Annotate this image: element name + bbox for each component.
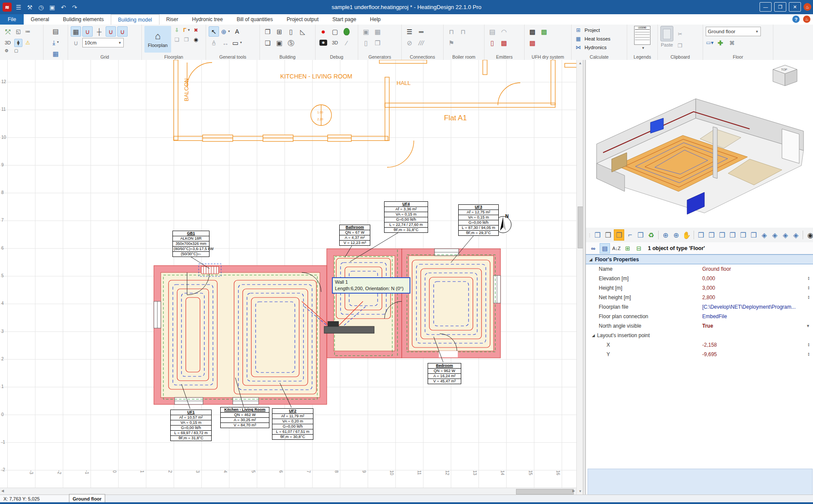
hatch-icon[interactable]: ///	[416, 38, 426, 48]
tab-help[interactable]: Help	[363, 14, 388, 25]
column-icon[interactable]: ▣	[274, 38, 285, 48]
manifold-icon[interactable]: ⊓	[446, 26, 457, 37]
visibility-icon[interactable]: ◉	[192, 36, 200, 44]
heater-icon[interactable]: ▯	[487, 38, 497, 48]
horizontal-scrollbar[interactable]: ◀ ▶	[0, 488, 576, 495]
pipe-single-icon[interactable]: ═	[416, 26, 426, 37]
generator-box-icon[interactable]: ❒	[372, 38, 383, 48]
wall-icon[interactable]: ❒	[263, 26, 273, 37]
view-right-icon[interactable]: ❒	[728, 230, 737, 240]
record-icon[interactable]: ●	[318, 26, 328, 37]
view-iso-nw-icon[interactable]: ◈	[770, 230, 779, 240]
ufh-panel-icon[interactable]: ▩	[527, 26, 538, 37]
maximize-button[interactable]: ❐	[774, 2, 786, 12]
no-connection-icon[interactable]: ⊘	[404, 38, 415, 48]
copy-icon[interactable]: ❐	[676, 41, 684, 50]
plan-back-icon[interactable]: ❏	[173, 36, 181, 44]
collapse-icon[interactable]: ◢	[589, 257, 592, 262]
tab-file[interactable]: File	[0, 14, 24, 25]
collapse-tree-icon[interactable]: ⊟	[634, 244, 644, 253]
generator-column-icon[interactable]: ▯	[361, 38, 371, 48]
zoom-in-icon[interactable]: ⊕	[661, 230, 670, 240]
add-floor-icon[interactable]: ✚	[715, 38, 725, 48]
window-icon[interactable]: ⊞	[274, 26, 285, 37]
generator-pair-icon[interactable]: ▦	[372, 26, 383, 37]
zoom-tool-icon[interactable]: ⊕▾	[220, 26, 231, 37]
help-icon[interactable]: ?	[792, 16, 800, 23]
delete-plan-icon[interactable]: ✖	[192, 26, 200, 34]
property-value[interactable]: -9,695	[702, 351, 717, 357]
extrude-icon[interactable]: ⌐	[625, 230, 635, 240]
tab-hydronic-tree[interactable]: Hydronic tree	[185, 14, 230, 25]
crosshair-icon[interactable]: ┼	[94, 26, 104, 37]
property-row-insertion-point[interactable]: ◢ Layout's insertion point	[586, 331, 813, 340]
generator-unit-icon[interactable]: ▣	[361, 26, 371, 37]
calc-hydronics-button[interactable]: ⋈ Hydronics	[574, 43, 624, 52]
property-value[interactable]: -2,158	[702, 342, 717, 348]
layer-list-icon[interactable]: ≔	[24, 28, 32, 36]
manifold-alt-icon[interactable]: ⊓	[458, 26, 468, 37]
vertical-scrollbar[interactable]: ▲ ▼	[576, 60, 583, 495]
dimension-icon[interactable]: ↔	[220, 38, 231, 48]
wrench-icon[interactable]: ⚒	[25, 3, 34, 12]
delete-floor-icon[interactable]: ✖	[727, 38, 737, 48]
view-3d[interactable]: TOP	[586, 60, 813, 228]
roof-icon[interactable]: ◺	[297, 26, 308, 37]
door-icon[interactable]: ▯	[286, 26, 296, 37]
space-icon[interactable]: Ⓢ	[286, 38, 296, 48]
view-top-icon[interactable]: ❒	[738, 230, 748, 240]
scroll-up-icon[interactable]: ▲	[578, 61, 582, 65]
ufh-panel-add-icon[interactable]: ▩	[539, 26, 549, 37]
view-iso-sw-icon[interactable]: ◈	[791, 230, 800, 240]
tab-riser[interactable]: Riser	[159, 14, 185, 25]
scroll-left-icon[interactable]: ◀	[1, 489, 4, 493]
debug-3d-label[interactable]: 3D	[330, 38, 340, 48]
snap-grid-icon[interactable]: ∪	[106, 26, 116, 37]
tab-general[interactable]: General	[24, 14, 56, 25]
view-iso-ne-icon[interactable]: ◈	[760, 230, 769, 240]
property-value[interactable]: [C:\Develop\NET\Deployment\Program...	[702, 304, 796, 310]
radiator-icon[interactable]: ▤	[487, 26, 497, 37]
zoom-extents-icon[interactable]: ⊕	[671, 230, 681, 240]
rectangle-tool-icon[interactable]: ▭▾	[232, 38, 242, 48]
grid-toggle-icon[interactable]: ▦	[71, 26, 81, 37]
close-button[interactable]: ✕	[789, 2, 801, 12]
visibility-3d-icon[interactable]: ◉	[805, 230, 813, 240]
bug-icon[interactable]	[341, 26, 352, 37]
wireframe-shaded-icon[interactable]: ❒	[593, 230, 602, 240]
floor-tab[interactable]: Ground floor	[69, 494, 105, 503]
convector-icon[interactable]: ◠	[499, 26, 509, 37]
pipes-double-icon[interactable]: ☰	[404, 26, 415, 37]
view-front-icon[interactable]: ❒	[696, 230, 706, 240]
view-iso-se-icon[interactable]: ◈	[781, 230, 790, 240]
snap-object-icon[interactable]: ∪	[117, 26, 128, 37]
panel-icon[interactable]: ▢	[12, 47, 20, 55]
gear-check-icon[interactable]: ⚙	[3, 47, 11, 55]
tab-bill-of-quantities[interactable]: Bill of quantities	[230, 14, 280, 25]
pipe-corner-icon[interactable]: Γ▾	[182, 26, 191, 34]
drawing-canvas[interactable]: BALCON KITCHEN - LIVING ROOM HALL Flat A…	[0, 60, 576, 495]
print-icon[interactable]: ▤	[50, 26, 61, 36]
spinner-icon[interactable]: ▲▼	[807, 295, 810, 300]
minimize-button[interactable]: —	[760, 2, 772, 12]
chevron-down-icon[interactable]: ▼	[806, 324, 810, 328]
calc-project-button[interactable]: ⊞ Project	[574, 26, 624, 34]
flag-icon[interactable]: ⚑	[446, 38, 457, 48]
snap-magnet-icon[interactable]: ∪	[82, 26, 93, 37]
fit-view-icon[interactable]: ◱	[14, 28, 22, 36]
spinner-icon[interactable]: ▲▼	[807, 286, 810, 290]
view-bottom-icon[interactable]: ❒	[749, 230, 758, 240]
properties-header[interactable]: ◢ Floor's Properties	[586, 254, 813, 264]
import-plan-icon[interactable]: ⇩	[173, 26, 181, 34]
tab-building-model[interactable]: Building model	[111, 14, 159, 25]
select-cursor-icon[interactable]: ↖	[209, 26, 219, 37]
text-tool-icon[interactable]: A	[232, 26, 242, 37]
save-icon[interactable]: ▣	[48, 3, 56, 12]
rename-floor-icon[interactable]: ▭▾	[706, 39, 714, 47]
grid-size-select[interactable]: 10cm▼	[82, 38, 124, 47]
collapse-icon[interactable]: ◢	[592, 333, 595, 338]
paste-icon[interactable]	[660, 26, 673, 41]
floorplan-button[interactable]: ⌂ Floorplan	[144, 26, 171, 53]
coil-icon[interactable]: ▩	[499, 38, 509, 48]
ufh-panel-del-icon[interactable]: ▩	[527, 38, 538, 48]
